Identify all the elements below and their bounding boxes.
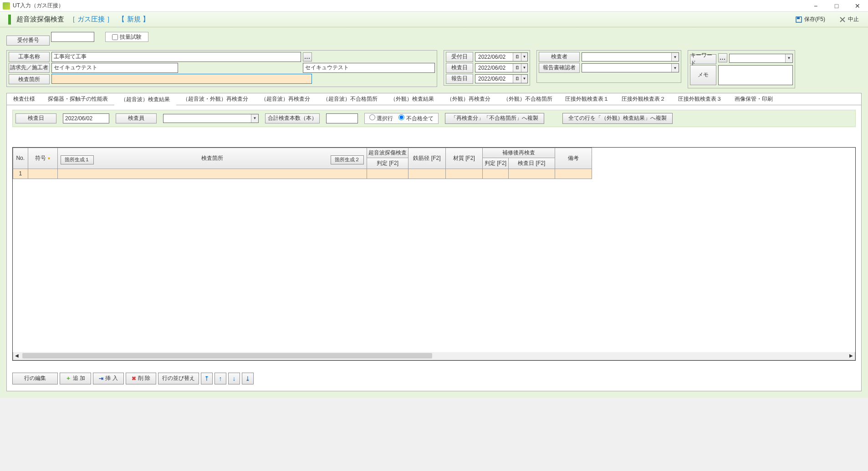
keyword-browse-button[interactable]: ... — [718, 53, 727, 62]
filter-inspector-combo[interactable]: ▼ — [163, 114, 259, 123]
gen2-button[interactable]: 箇所生成２ — [331, 155, 364, 164]
tab-weld3[interactable]: 圧接外観検査表３ — [672, 93, 728, 105]
row-actions: 行の編集 ＋追 加 ⇥挿 入 ✖削 除 行の並び替え ⤒ ↑ ↓ ⤓ — [12, 373, 856, 384]
filter-total-input[interactable] — [326, 113, 358, 123]
tab-ut-ext-reinspect[interactable]: （超音波・外観）再検査分 — [176, 93, 255, 105]
table-row[interactable]: 1 — [13, 169, 592, 179]
scroll-right-icon[interactable]: ▶ — [848, 352, 855, 359]
calendar-icon[interactable]: 🗓 — [513, 64, 521, 72]
project-name-browse-button[interactable]: ... — [303, 52, 312, 61]
copy-to-fail-button[interactable]: 「再検査分」「不合格箇所」へ複製 — [445, 113, 544, 124]
col-remarks[interactable]: 備考 — [555, 148, 592, 169]
accept-date-label: 受付日 — [446, 52, 473, 62]
chevron-down-icon[interactable]: ▼ — [251, 114, 258, 123]
tab-spec[interactable]: 検査仕様 — [7, 93, 41, 105]
tab-weld1[interactable]: 圧接外観検査表１ — [559, 93, 615, 105]
tab-ut-reinspect[interactable]: （超音波）再検査分 — [255, 93, 317, 105]
chevron-down-icon[interactable]: ▼ — [671, 53, 679, 61]
filter-inspect-date-input[interactable]: 2022/06/02 — [63, 113, 109, 123]
move-up-button[interactable]: ↑ — [214, 373, 226, 384]
scroll-thumb[interactable] — [22, 353, 432, 358]
keyword-combo[interactable]: ▼ — [729, 54, 793, 63]
chevron-down-icon[interactable]: ▼ — [671, 64, 679, 72]
scroll-left-icon[interactable]: ◀ — [13, 352, 20, 359]
dropdown-icon[interactable]: ▼ — [521, 53, 527, 61]
project-name-input[interactable]: 工事宛て工事 — [51, 52, 301, 62]
project-name-label: 工事名称 — [9, 52, 50, 62]
col-repair-judge[interactable]: 判定 [F2] — [483, 158, 509, 169]
skill-test-checkbox[interactable]: 技量試験 — [105, 32, 148, 42]
move-bottom-button[interactable]: ⤓ — [242, 373, 254, 384]
skill-test-check-input[interactable] — [112, 34, 118, 40]
col-location[interactable]: 箇所生成１ 検査箇所 箇所生成２ — [57, 148, 367, 169]
tab-probe[interactable]: 探傷器・探触子の性能表 — [41, 93, 114, 105]
col-no[interactable]: No. — [13, 148, 28, 169]
accept-date-input[interactable]: 2022/06/02🗓▼ — [475, 52, 528, 61]
move-down-button[interactable]: ↓ — [228, 373, 240, 384]
cell-no[interactable]: 1 — [13, 169, 28, 179]
cell-location[interactable] — [57, 169, 367, 179]
cell-material[interactable] — [445, 169, 482, 179]
accent-bar — [8, 15, 11, 25]
dropdown-icon[interactable]: ▼ — [521, 75, 527, 83]
radio-fail-all[interactable]: 不合格全て — [398, 114, 433, 123]
copy-all-to-ext-button[interactable]: 全ての行を「（外観）検査結果」へ複製 — [562, 113, 673, 124]
chevron-down-icon[interactable]: ▼ — [785, 54, 792, 62]
tab-ext-result[interactable]: （外観）検査結果 — [384, 93, 440, 105]
cell-rebar[interactable] — [408, 169, 445, 179]
tab-body: 検査日 2022/06/02 検査員 ▼ 合計検査本数（本） 選択行 不合格全て… — [6, 105, 862, 391]
tab-images[interactable]: 画像保管・印刷 — [728, 93, 779, 105]
close-button[interactable]: ✕ — [847, 0, 868, 12]
tab-weld2[interactable]: 圧接外観検査表２ — [615, 93, 672, 105]
billto-input-1[interactable]: セイキュウテスト — [51, 63, 178, 73]
page-mode1: ［ ガス圧接 ］ — [69, 15, 113, 24]
col-code[interactable]: 符号▾ — [28, 148, 57, 169]
insert-row-button[interactable]: ⇥挿 入 — [93, 373, 123, 384]
radio-selected-row[interactable]: 選択行 — [369, 114, 393, 123]
col-material[interactable]: 材質 [F2] — [445, 148, 482, 169]
report-date-input[interactable]: 2022/06/02🗓▼ — [475, 74, 528, 83]
accept-no-input[interactable] — [51, 32, 94, 42]
billto-input-2[interactable]: セイキュウテスト — [303, 63, 435, 73]
keyword-label: キーワード — [690, 54, 716, 64]
tab-ut-result[interactable]: （超音波）検査結果 — [114, 94, 176, 106]
dates-panel: 受付日 2022/06/02🗓▼ 検査日 2022/06/02🗓▼ 報告日 20… — [444, 50, 530, 86]
sort-icon[interactable]: ▾ — [48, 156, 50, 161]
save-button[interactable]: 保存(F5) — [791, 15, 829, 24]
cell-ut-judge[interactable] — [367, 169, 408, 179]
col-rebar[interactable]: 鉄筋径 [F2] — [408, 148, 445, 169]
maximize-button[interactable]: □ — [826, 0, 847, 12]
approver-combo[interactable]: ▼ — [582, 63, 679, 72]
cell-code[interactable] — [28, 169, 57, 179]
edit-row-button[interactable]: 行の編集 — [12, 373, 58, 384]
col-repair-group[interactable]: 補修後再検査 — [483, 148, 555, 158]
delete-row-button[interactable]: ✖削 除 — [126, 373, 156, 384]
cell-repair-judge[interactable] — [483, 169, 509, 179]
grid-horizontal-scrollbar[interactable]: ◀ ▶ — [13, 352, 855, 360]
filter-inspect-date-label: 検査日 — [15, 113, 56, 123]
cell-repair-date[interactable] — [508, 169, 555, 179]
memo-textarea[interactable] — [718, 65, 793, 85]
move-top-button[interactable]: ⤒ — [201, 373, 213, 384]
inspect-date-input[interactable]: 2022/06/02🗓▼ — [475, 63, 528, 72]
grid-empty-area — [13, 179, 855, 352]
reorder-button[interactable]: 行の並び替え — [158, 373, 199, 384]
col-repair-date[interactable]: 検査日 [F2] — [508, 158, 555, 169]
inspect-location-input[interactable] — [51, 74, 312, 84]
tab-ut-fail[interactable]: （超音波）不合格箇所 — [317, 93, 384, 105]
tab-ext-fail[interactable]: （外観）不合格箇所 — [497, 93, 559, 105]
gen1-button[interactable]: 箇所生成１ — [61, 155, 94, 164]
minimize-button[interactable]: − — [805, 0, 826, 12]
add-row-button[interactable]: ＋追 加 — [60, 373, 91, 384]
calendar-icon[interactable]: 🗓 — [513, 53, 521, 61]
calendar-icon[interactable]: 🗓 — [513, 75, 521, 83]
col-ut-group[interactable]: 超音波探傷検査 — [367, 148, 408, 158]
memo-label: メモ — [690, 65, 716, 85]
cell-remarks[interactable] — [555, 169, 592, 179]
dropdown-icon[interactable]: ▼ — [521, 64, 527, 72]
tab-ext-reinspect[interactable]: （外観）再検査分 — [440, 93, 497, 105]
filter-total-label: 合計検査本数（本） — [265, 113, 320, 123]
col-ut-judge[interactable]: 判定 [F2] — [367, 158, 408, 169]
inspector-combo[interactable]: ▼ — [582, 52, 679, 61]
cancel-button[interactable]: 中止 — [835, 15, 863, 24]
